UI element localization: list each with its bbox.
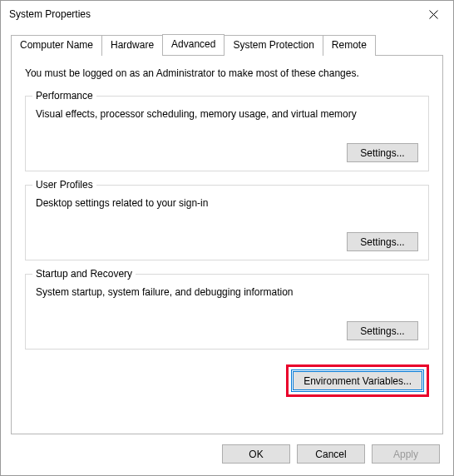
startup-recovery-group: Startup and Recovery System startup, sys… bbox=[25, 274, 429, 350]
tab-advanced[interactable]: Advanced bbox=[162, 34, 225, 55]
window-title: System Properties bbox=[9, 8, 415, 20]
startup-recovery-desc: System startup, system failure, and debu… bbox=[36, 286, 418, 298]
titlebar: System Properties bbox=[1, 1, 453, 27]
performance-group: Performance Visual effects, processor sc… bbox=[25, 96, 429, 171]
startup-recovery-title: Startup and Recovery bbox=[32, 268, 136, 280]
tab-computer-name[interactable]: Computer Name bbox=[11, 35, 102, 56]
env-vars-highlight: Environment Variables... bbox=[286, 364, 429, 397]
startup-recovery-actions: Settings... bbox=[36, 321, 418, 340]
performance-title: Performance bbox=[32, 90, 96, 102]
user-profiles-group: User Profiles Desktop settings related t… bbox=[25, 185, 429, 260]
user-profiles-title: User Profiles bbox=[32, 179, 96, 191]
ok-button[interactable]: OK bbox=[222, 444, 290, 464]
dialog-button-bar: OK Cancel Apply bbox=[1, 434, 453, 475]
advanced-panel: You must be logged on as an Administrato… bbox=[11, 55, 443, 434]
content-area: Computer Name Hardware Advanced System P… bbox=[1, 27, 453, 434]
tab-remote[interactable]: Remote bbox=[323, 35, 376, 56]
user-profiles-settings-button[interactable]: Settings... bbox=[347, 232, 418, 251]
tab-system-protection[interactable]: System Protection bbox=[224, 35, 323, 56]
performance-settings-button[interactable]: Settings... bbox=[347, 143, 418, 162]
tab-strip: Computer Name Hardware Advanced System P… bbox=[11, 34, 443, 55]
user-profiles-desc: Desktop settings related to your sign-in bbox=[36, 197, 418, 209]
performance-actions: Settings... bbox=[36, 143, 418, 162]
close-button[interactable] bbox=[415, 2, 452, 27]
admin-note: You must be logged on as an Administrato… bbox=[25, 67, 429, 79]
user-profiles-actions: Settings... bbox=[36, 232, 418, 251]
environment-variables-button[interactable]: Environment Variables... bbox=[293, 371, 422, 390]
env-vars-row: Environment Variables... bbox=[25, 364, 429, 397]
cancel-button[interactable]: Cancel bbox=[297, 444, 365, 464]
tab-hardware[interactable]: Hardware bbox=[101, 35, 163, 56]
startup-recovery-settings-button[interactable]: Settings... bbox=[347, 321, 418, 340]
performance-desc: Visual effects, processor scheduling, me… bbox=[36, 108, 418, 120]
apply-button[interactable]: Apply bbox=[372, 444, 440, 464]
env-vars-focus-ring: Environment Variables... bbox=[291, 369, 424, 392]
system-properties-window: System Properties Computer Name Hardware… bbox=[0, 0, 454, 476]
close-icon bbox=[429, 10, 438, 19]
